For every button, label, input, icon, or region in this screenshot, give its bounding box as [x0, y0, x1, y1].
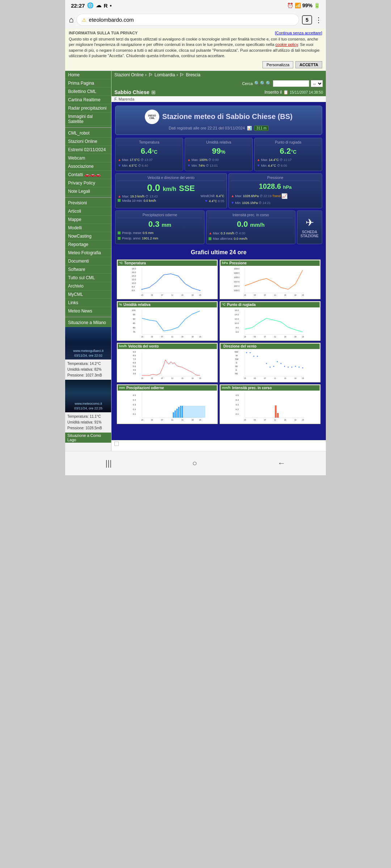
sidebar-hum-1: Umidità relativa: 82%: [67, 367, 109, 373]
svg-text:0.4: 0.4: [133, 399, 136, 401]
sidebar-weather-info-2: Temperatura: 11.1°C Umidità relativa: 91…: [65, 412, 111, 433]
sidebar-item-reportage[interactable]: Reportage: [65, 241, 111, 249]
author-label: F. Marenda: [112, 96, 326, 102]
svg-text:4.0: 4.0: [133, 369, 136, 371]
cookie-policy-link[interactable]: cookie policy: [276, 42, 298, 47]
sidebar-item-tutto-cml[interactable]: Tutto sul CML: [65, 274, 111, 282]
search-input[interactable]: [273, 80, 309, 87]
svg-text:95: 95: [133, 314, 135, 316]
sidebar-item-documenti[interactable]: Documenti: [65, 257, 111, 265]
svg-text:12.0: 12.0: [132, 278, 136, 281]
sidebar-item-bollettino[interactable]: Bollettino CML: [65, 88, 111, 96]
svg-text:10.0: 10.0: [132, 282, 136, 284]
chart-pressione-svg: 1029.0 1028.5 1028.0 1027.5 1027.0 1026.…: [220, 266, 320, 298]
vento-detail: ▲ Max: 19.3 km/h ⏱ 13:43 WindChill: 6.4°…: [118, 194, 224, 203]
sidebar-item-radar[interactable]: Radar precipitazioni: [65, 104, 111, 112]
breadcrumb-lombardia[interactable]: Lombardia: [155, 72, 175, 77]
sidebar-item-privacy[interactable]: Privacy Policy: [65, 179, 111, 187]
svg-text:S: S: [236, 362, 237, 364]
sidebar-item-mycml[interactable]: MyCML: [65, 290, 111, 299]
temperatura-title: Temperatura: [118, 140, 181, 145]
sidebar-press-1: Pressione: 1027.3mB: [67, 373, 109, 378]
svg-text:11: 11: [274, 294, 276, 296]
android-home-button[interactable]: ○: [185, 456, 204, 471]
sidebar-item-webcam[interactable]: Webcam: [65, 154, 111, 162]
situazione-como-lago-label[interactable]: Situazione a Como Lago: [65, 433, 111, 443]
svg-text:15: 15: [181, 377, 184, 379]
scheda-stazione-box[interactable]: ✈ SCHEDASTAZIONE: [297, 210, 322, 244]
sidebar-item-cml-robot[interactable]: CML_robot: [65, 129, 111, 137]
svg-point-97: [253, 356, 255, 357]
sidebar-item-cartina[interactable]: Cartina Realtime: [65, 96, 111, 104]
precipitazioni-value: 0.3 mm: [118, 220, 202, 229]
svg-text:07: 07: [264, 294, 266, 296]
precipitazioni-title: Precipitazioni odierne: [118, 213, 202, 218]
svg-text:11: 11: [274, 377, 276, 379]
privacy-banner: INFORMATIVA SULLA TUA PRIVACY [Continua …: [65, 29, 326, 71]
sidebar-item-associazione[interactable]: Associazione: [65, 162, 111, 171]
station-subtitle-text: Dati registrati alle ore 22:21 del 03/11…: [169, 126, 245, 130]
url-bar[interactable]: ⚠ eteolombardo.com: [76, 14, 299, 26]
clock-icon-3: ⏱: [208, 157, 211, 162]
sidebar-item-contatti[interactable]: Contatti 🚗🚗🚗: [65, 171, 111, 179]
top-green-bar: Stazioni Online › 🏳 Lombardia › 🏳 Bresci…: [112, 71, 326, 79]
precipitazioni-detail: Precip. mese: 0.5 mm Precip. anno: 1901.…: [118, 230, 202, 241]
accetta-button[interactable]: ACCETTA: [295, 61, 322, 68]
sidebar-item-prima-pagina[interactable]: Prima Pagina: [65, 79, 111, 88]
svg-text:11: 11: [171, 294, 173, 296]
chart-direzione-svg: NW W SW S SE E NE 23 03 07 11 15: [220, 349, 320, 382]
sidebar-image-1-text: www.meteogullaeci.it 03/11/24, ore 22:02: [73, 349, 104, 358]
breadcrumb-brescia[interactable]: Brescia: [186, 72, 200, 77]
sidebar-item-meteo-fotografia[interactable]: Meteo Fotografia: [65, 249, 111, 257]
svg-text:07: 07: [161, 336, 163, 338]
sidebar-item-immagini[interactable]: Immagini dal Satellite: [65, 112, 111, 126]
svg-text:6.0: 6.0: [132, 289, 135, 292]
chart-vento: km/h Velocità del vento 9.0 8.0 7.0 6.0 …: [117, 342, 218, 383]
svg-text:0.5: 0.5: [236, 394, 239, 396]
sidebar-item-modelli[interactable]: Modelli: [65, 224, 111, 232]
sidebar-item-archivio[interactable]: Archivio: [65, 282, 111, 290]
station-subtitle: Dati registrati alle ore 22:21 del 03/11…: [169, 125, 269, 131]
sidebar-item-stazioni-online[interactable]: Stazioni Online: [65, 137, 111, 146]
svg-text:1027.0: 1027.0: [234, 285, 240, 287]
sidebar-item-software[interactable]: Software: [65, 265, 111, 274]
sidebar-item-home[interactable]: Home: [65, 71, 111, 79]
breadcrumb-stazioni-online[interactable]: Stazioni Online: [114, 72, 144, 77]
sidebar-item-articoli[interactable]: Articoli: [65, 207, 111, 216]
data-cards-row: Temperatura 6.4°C ▲ Max: 17.5°C ⏱ 13:37 …: [115, 138, 322, 171]
chart-umidita: % Umidità relativa 100 95 90 85 80 75: [117, 301, 218, 341]
svg-text:23: 23: [302, 294, 304, 296]
chart-rugiada: °C Punto di rugiada 16.0 14.0 12.0 10.0 …: [219, 301, 321, 341]
sidebar-separator-1: [65, 127, 111, 128]
svg-text:1026.5: 1026.5: [234, 289, 240, 292]
svg-point-96: [250, 352, 251, 353]
svg-text:1028.5: 1028.5: [234, 272, 240, 274]
android-back-button[interactable]: ←: [270, 456, 293, 471]
sidebar-item-mappe[interactable]: Mappe: [65, 216, 111, 224]
sidebar-item-estremi[interactable]: Estremi 02/11/2024: [65, 146, 111, 154]
svg-point-107: [295, 366, 296, 367]
svg-text:9.0: 9.0: [133, 351, 136, 353]
chart-umidita-svg: 100 95 90 85 80 75 23 03 07 11 15 19: [118, 307, 217, 340]
svg-text:19: 19: [192, 377, 194, 379]
chart-umidita-area: 100 95 90 85 80 75 23 03 07 11 15 19: [118, 307, 217, 340]
sidebar-item-previsioni[interactable]: Previsioni: [65, 199, 111, 207]
svg-text:0.1: 0.1: [133, 413, 136, 415]
svg-text:0.1: 0.1: [236, 413, 239, 415]
sidebar-item-meteo-news[interactable]: Meteo News: [65, 307, 111, 315]
rugiada-card: Punto di rugiada 6.2°C ▲ Max: 14.4°C ⏱ 1…: [254, 138, 322, 171]
sidebar-item-nowcasting[interactable]: NowCasting: [65, 232, 111, 241]
svg-text:23: 23: [199, 419, 201, 421]
personalizza-button[interactable]: Personalizza: [262, 61, 293, 68]
alarm-icon: ⏰: [287, 3, 293, 8]
continue-without-accept-link[interactable]: [Continua senza accettare]: [275, 31, 322, 35]
search-select[interactable]: --: [311, 80, 323, 87]
tabs-button[interactable]: 5: [302, 15, 312, 25]
browser-menu-button[interactable]: ⋮: [315, 16, 322, 24]
back-button[interactable]: |||: [98, 456, 119, 471]
svg-rect-130: [184, 406, 205, 418]
sidebar-item-note-legali[interactable]: Note Legali: [65, 187, 111, 196]
sidebar-item-links[interactable]: Links: [65, 299, 111, 307]
home-button[interactable]: ⌂: [69, 15, 73, 25]
sidebar-item-situazione-milano[interactable]: Situazione a Milano: [65, 319, 111, 327]
